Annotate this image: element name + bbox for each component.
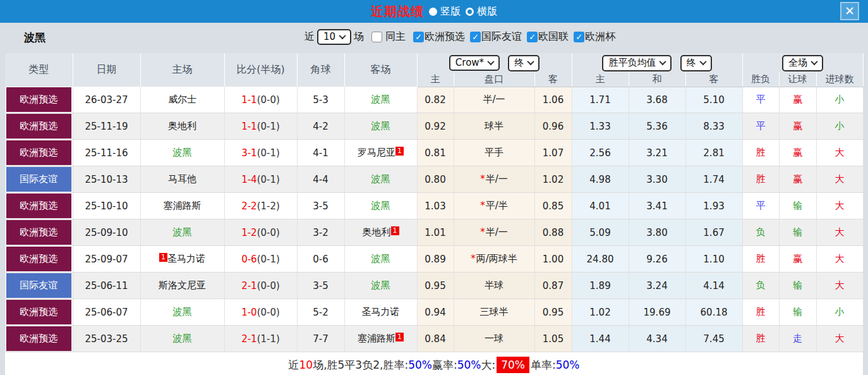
cell-result-handicap: 输 bbox=[779, 273, 816, 299]
chevron-down-icon bbox=[660, 58, 666, 65]
cell-date: 25-11-16 bbox=[73, 140, 140, 166]
ah-time-select[interactable]: 终 bbox=[508, 55, 539, 71]
ah-line-label: 半/一 bbox=[483, 94, 505, 105]
cell-avg-lose: 1.74 bbox=[685, 166, 742, 193]
table-row: 欧洲预选25-11-19奥地利1-1(0-1)4-2波黑0.92球半0.961.… bbox=[5, 113, 863, 140]
cell-home-team: 波黑 bbox=[140, 299, 224, 326]
result-handicap-label: 赢 bbox=[793, 94, 802, 105]
cell-score: 2-1(1-1) bbox=[224, 326, 297, 352]
rank-badge: 1 bbox=[395, 333, 404, 341]
cell-result-wdl: 胜 bbox=[742, 326, 779, 352]
team-label: 奥地利 bbox=[363, 226, 391, 238]
score-halftime: (0-1) bbox=[257, 121, 280, 132]
team-name: 波黑 bbox=[24, 30, 45, 45]
result-handicap-label: 赢 bbox=[793, 253, 802, 264]
match-type-pill: 欧洲预选 bbox=[6, 114, 71, 138]
cell-result-goals: 大 bbox=[816, 273, 863, 299]
cell-ah-home-odds: 0.82 bbox=[417, 87, 454, 113]
cell-ah-home-odds: 1.03 bbox=[417, 193, 454, 219]
same-home-checkbox[interactable] bbox=[371, 32, 382, 42]
cell-corner: 4-1 bbox=[297, 140, 344, 166]
cell-result-goals: 小 bbox=[816, 113, 863, 140]
cell-ah-away-odds: 1.05 bbox=[534, 326, 572, 352]
cell-home-team: 波黑 bbox=[140, 219, 224, 246]
competition-checkbox-label: 欧洲预选 bbox=[425, 30, 465, 44]
cell-result-handicap: 赢 bbox=[779, 87, 816, 113]
cell-date: 25-10-10 bbox=[73, 193, 140, 219]
cell-avg-win: 24.80 bbox=[572, 246, 629, 273]
result-goals-label: 大 bbox=[835, 253, 845, 264]
radio-unselected-icon[interactable] bbox=[466, 8, 474, 16]
summary-bar: 近10场,胜5平3负2, 胜率:50% 赢率:50% 大:70% 单率:50% bbox=[5, 352, 863, 375]
competition-checkbox[interactable]: ✓ bbox=[574, 32, 584, 42]
score-fulltime: 2-2 bbox=[241, 200, 257, 212]
result-handicap-label: 输 bbox=[793, 200, 802, 211]
cell-corner: 5-2 bbox=[297, 299, 344, 326]
col-header-date: 日期 bbox=[73, 53, 140, 87]
live-star-icon: * bbox=[480, 173, 485, 185]
cell-score: 2-1(0-0) bbox=[224, 273, 297, 299]
cell-result-handicap: 赢 bbox=[779, 140, 816, 166]
cell-ah-away-odds: 0.96 bbox=[534, 113, 572, 140]
results-table-body: 欧洲预选26-03-27威尔士1-1(0-0)5-3波黑0.82半/一1.061… bbox=[5, 87, 863, 352]
cell-result-wdl: 胜 bbox=[742, 299, 779, 326]
cell-ah-away-odds: 0.88 bbox=[534, 219, 572, 246]
cell-corner: 3-5 bbox=[297, 273, 344, 299]
cell-date: 25-09-10 bbox=[73, 219, 140, 246]
close-icon[interactable]: ✕ bbox=[840, 2, 859, 20]
scope-select[interactable]: 全场 bbox=[782, 55, 823, 71]
cell-result-handicap: 赢 bbox=[779, 113, 816, 140]
chevron-down-icon bbox=[811, 58, 817, 65]
avg-odds-select[interactable]: 胜平负均值 bbox=[602, 55, 672, 71]
score-fulltime: 2-1 bbox=[241, 333, 257, 345]
avg-time-select[interactable]: 终 bbox=[680, 55, 712, 71]
cell-result-wdl: 胜 bbox=[742, 166, 779, 193]
team-label: 波黑 bbox=[371, 173, 390, 185]
score-halftime: (0-0) bbox=[257, 280, 280, 292]
cell-avg-draw: 3.30 bbox=[629, 166, 685, 193]
subcol-result-goals: 进球数 bbox=[816, 73, 863, 87]
radio-selected-icon[interactable] bbox=[429, 8, 437, 16]
cell-score: 1-4(0-1) bbox=[224, 166, 297, 193]
competition-checkbox[interactable]: ✓ bbox=[413, 32, 424, 42]
cell-home-team: 斯洛文尼亚 bbox=[140, 273, 224, 299]
subcol-avg-win: 主 bbox=[572, 73, 629, 87]
cell-match-type: 国际友谊 bbox=[5, 273, 73, 299]
layout-radio-horizontal[interactable]: 横版 bbox=[466, 5, 497, 18]
avg-time-select-value: 终 bbox=[687, 57, 696, 69]
summary-segment: 50% bbox=[408, 359, 432, 371]
competition-checkbox[interactable]: ✓ bbox=[527, 32, 538, 42]
cell-avg-lose: 4.14 bbox=[685, 273, 742, 299]
filter-bar: 波黑 近 10 场 同主 ✓欧洲预选✓国际友谊✓欧国联✓欧洲杯 bbox=[0, 23, 868, 53]
cell-away-team: 波黑 bbox=[344, 273, 417, 299]
competition-checkbox[interactable]: ✓ bbox=[470, 32, 481, 42]
cell-result-handicap: 赢 bbox=[779, 166, 816, 193]
cell-avg-draw: 9.26 bbox=[629, 246, 685, 273]
rank-badge: 1 bbox=[391, 226, 399, 235]
cell-result-wdl: 平 bbox=[742, 113, 779, 140]
cell-away-team: 波黑 bbox=[344, 87, 417, 113]
ah-line-label: 三球半 bbox=[480, 306, 509, 317]
cell-result-handicap: 输 bbox=[779, 299, 816, 326]
cell-home-team: 波黑 bbox=[140, 326, 224, 352]
cell-result-wdl: 胜 bbox=[742, 246, 779, 273]
table-row: 欧洲预选25-06-07波黑1-0(0-0)5-2圣马力诺0.94三球半0.95… bbox=[5, 299, 863, 326]
title-bar: 近期战绩 竖版 横版 ✕ bbox=[0, 0, 868, 23]
result-wdl-label: 平 bbox=[756, 200, 766, 211]
competition-check-item: ✓欧洲预选 bbox=[408, 30, 465, 44]
bookmaker-select[interactable]: Crow* bbox=[449, 55, 500, 71]
team-label: 波黑 bbox=[173, 306, 192, 317]
cell-corner: 5-3 bbox=[297, 87, 344, 113]
recent-count-select[interactable]: 10 bbox=[317, 29, 351, 45]
match-type-pill: 欧洲预选 bbox=[6, 87, 71, 112]
summary-segment: 单率: bbox=[531, 358, 556, 372]
cell-date: 25-06-11 bbox=[73, 273, 140, 299]
result-goals-label: 小 bbox=[835, 306, 845, 317]
summary-segment: 50% bbox=[556, 359, 580, 371]
cell-avg-win: 4.98 bbox=[572, 166, 629, 193]
cell-avg-win: 1.02 bbox=[572, 299, 629, 326]
table-row: 国际友谊25-06-11斯洛文尼亚2-1(0-0)3-5波黑0.95半球0.87… bbox=[5, 273, 863, 299]
score-fulltime: 1-4 bbox=[241, 174, 257, 185]
layout-radio-vertical[interactable]: 竖版 bbox=[429, 5, 461, 18]
cell-result-wdl: 负 bbox=[742, 273, 779, 299]
